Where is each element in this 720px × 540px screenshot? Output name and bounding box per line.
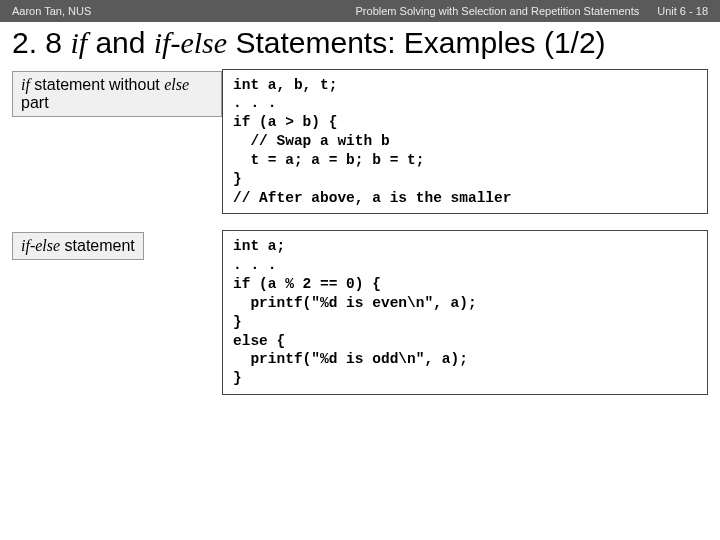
code-column: int a, b, t; . . . if (a > b) { // Swap …: [222, 69, 708, 215]
course-text: Problem Solving with Selection and Repet…: [356, 5, 640, 17]
example-row: if-else statement int a; . . . if (a % 2…: [12, 230, 708, 395]
label-part: if-else: [21, 237, 60, 254]
content: if statement without else part int a, b,…: [0, 69, 720, 396]
label-part: if: [21, 76, 30, 93]
label-column: if-else statement: [12, 230, 222, 260]
unit-text: Unit 6 - 18: [657, 5, 708, 17]
page-title: 2. 8 if and if-else Statements: Examples…: [0, 22, 720, 69]
label-part: statement without: [30, 76, 164, 93]
example-row: if statement without else part int a, b,…: [12, 69, 708, 215]
label-part: else: [164, 76, 189, 93]
label-part: statement: [60, 237, 135, 254]
title-mid: and: [87, 26, 154, 59]
title-ifelse: if-else: [154, 26, 227, 59]
label-box: if-else statement: [12, 232, 144, 260]
code-box: int a, b, t; . . . if (a > b) { // Swap …: [222, 69, 708, 215]
code-box: int a; . . . if (a % 2 == 0) { printf("%…: [222, 230, 708, 395]
label-column: if statement without else part: [12, 69, 222, 117]
code-column: int a; . . . if (a % 2 == 0) { printf("%…: [222, 230, 708, 395]
topbar: Aaron Tan, NUS Problem Solving with Sele…: [0, 0, 720, 22]
title-suffix: Statements: Examples (1/2): [227, 26, 606, 59]
title-prefix: 2. 8: [12, 26, 70, 59]
title-if: if: [70, 26, 87, 59]
label-part: part: [21, 94, 49, 111]
author-text: Aaron Tan, NUS: [12, 5, 91, 17]
label-box: if statement without else part: [12, 71, 222, 117]
